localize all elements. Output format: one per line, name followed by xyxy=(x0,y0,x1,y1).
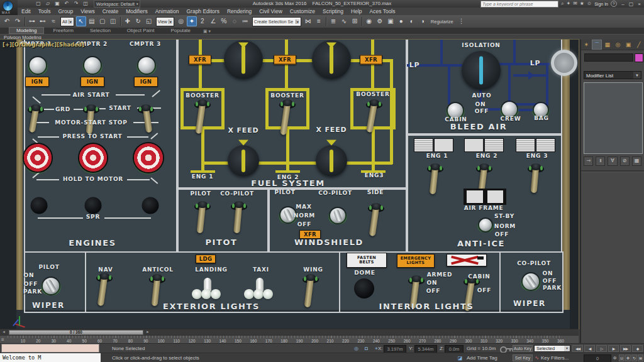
spinner-snap-icon[interactable]: ◌ xyxy=(230,16,240,26)
named-selection-set-input[interactable]: Create Selection Se▾ xyxy=(252,17,301,26)
ribbon-panel-polygon-modeling[interactable]: Polygon Modeling xyxy=(0,34,644,40)
hierarchy-tab[interactable]: ▦ xyxy=(602,40,613,50)
remove-modifier-button[interactable]: ⊘ xyxy=(620,156,630,166)
render-production-icon[interactable]: ● xyxy=(396,16,406,26)
go-to-start-button[interactable]: ◀◀ xyxy=(572,345,583,352)
percent-snap-icon[interactable]: % xyxy=(219,16,229,26)
modifier-list-dropdown[interactable]: Modifier List ▼ xyxy=(584,71,641,79)
viewport-plus-menu[interactable]: [+] xyxy=(3,41,12,48)
snap-toggle-icon[interactable]: 2 xyxy=(197,16,208,26)
render-iterative-icon[interactable]: ◐ xyxy=(407,16,417,26)
reference-coordinate-dropdown[interactable]: View▾ xyxy=(156,17,174,26)
viewport-label[interactable]: [+][Orthographic][Shaded] xyxy=(3,41,84,48)
extra-tools-icon[interactable]: ⋮ xyxy=(457,16,467,26)
redo-icon[interactable]: ↷ xyxy=(72,1,80,7)
welcome-window-thumbnail[interactable] xyxy=(1,344,99,353)
viewport[interactable]: [+][Orthographic][Shaded] IGNIGNIGNXFRXF… xyxy=(0,40,579,329)
menu-edit[interactable]: Edit xyxy=(18,8,35,14)
select-and-move-icon[interactable]: ✚ xyxy=(123,16,133,26)
tab-selection[interactable]: Selection xyxy=(82,27,118,34)
menu-modifiers[interactable]: Modifiers xyxy=(122,8,151,14)
restore-button[interactable]: ▢ xyxy=(628,1,635,7)
use-pivot-center-icon[interactable]: ◎ xyxy=(176,16,186,26)
subscription-icon[interactable]: ✦ xyxy=(566,1,570,7)
frame-back-arrow[interactable]: ◄ xyxy=(2,330,6,334)
pan-view-icon[interactable]: ✥ xyxy=(625,354,631,361)
menu-graph-editors[interactable]: Graph Editors xyxy=(182,8,223,14)
selection-set-dropdown[interactable]: Selected ▼ xyxy=(534,345,570,352)
render-activeshade-icon[interactable]: ◑ xyxy=(418,16,428,26)
bind-to-space-warp-icon[interactable]: ≈ xyxy=(48,16,58,26)
menu-create[interactable]: Create xyxy=(99,8,123,14)
rectangular-selection-region-icon[interactable]: ▢ xyxy=(97,16,108,26)
material-editor-icon[interactable]: ◉ xyxy=(364,16,374,26)
menu-animation[interactable]: Animation xyxy=(152,8,183,14)
current-frame-field[interactable]: 0 xyxy=(584,354,611,362)
render-setup-icon[interactable]: ⚙ xyxy=(375,16,385,26)
motion-tab[interactable]: ◎ xyxy=(613,40,623,50)
undo-icon[interactable]: ↶ xyxy=(63,1,70,7)
named-selection-sets-icon[interactable]: ≔ xyxy=(240,16,250,26)
make-unique-button[interactable]: ∀ xyxy=(608,156,617,166)
select-and-manipulate-icon[interactable]: ✦ xyxy=(187,16,197,26)
time-slider-handle[interactable]: 0 / 360 xyxy=(9,330,143,335)
workspace-dropdown[interactable]: Workspace: Default ▾ xyxy=(94,0,140,8)
curve-editor-icon[interactable]: ∿ xyxy=(339,16,349,26)
previous-frame-button[interactable]: ◀ xyxy=(584,345,595,352)
schematic-view-icon[interactable]: ⊞ xyxy=(350,16,360,26)
mirror-icon[interactable]: ⋈ xyxy=(303,16,313,26)
object-name-field[interactable] xyxy=(584,53,633,62)
set-key-button[interactable]: Set Key xyxy=(513,354,533,361)
show-end-result-button[interactable]: ‖ xyxy=(596,156,605,166)
go-to-end-button[interactable]: ▶▶ xyxy=(620,345,631,352)
menu-civil-view[interactable]: Civil View xyxy=(255,8,286,14)
key-mode-toggle-button[interactable]: ◆ xyxy=(632,345,643,352)
sign-in-link[interactable]: Sign In xyxy=(594,2,608,6)
menu-tools[interactable]: Tools xyxy=(35,8,55,14)
display-tab[interactable]: ▣ xyxy=(623,40,634,50)
next-frame-button[interactable]: ▶ xyxy=(608,345,619,352)
select-and-rotate-icon[interactable]: ↻ xyxy=(133,16,143,26)
create-tab[interactable]: ✶ xyxy=(581,40,592,50)
new-scene-icon[interactable]: ▢ xyxy=(35,1,42,7)
key-filters-button[interactable]: Key Filters... xyxy=(541,355,569,361)
pin-stack-button[interactable]: ⊸ xyxy=(584,156,593,166)
angle-snap-icon[interactable]: ∠ xyxy=(208,16,218,26)
menu-views[interactable]: Views xyxy=(77,8,99,14)
auto-key-button[interactable]: Auto Key xyxy=(513,345,533,352)
menu-group[interactable]: Group xyxy=(55,8,77,14)
layer-manager-icon[interactable]: ≣ xyxy=(328,16,338,26)
menu-scripting[interactable]: Scripting xyxy=(319,8,347,14)
window-crossing-icon[interactable]: ◫ xyxy=(108,16,118,26)
tab-modeling[interactable]: Modeling xyxy=(9,27,44,34)
tab-freeform[interactable]: Freeform xyxy=(45,27,80,34)
modifier-stack-list[interactable] xyxy=(584,82,643,154)
zoom-region-icon[interactable]: ⊡ xyxy=(619,354,625,361)
app-logo[interactable]: MAX xyxy=(0,0,18,15)
frame-spinner[interactable]: ≑ xyxy=(611,354,619,361)
welcome-window-titlebar[interactable]: Welcome to M xyxy=(0,353,101,362)
isolate-selection-icon[interactable]: ◎ xyxy=(352,345,360,352)
menu-help[interactable]: Help xyxy=(347,8,365,14)
configure-modifier-sets-button[interactable]: ▦ xyxy=(632,156,641,166)
search-input[interactable] xyxy=(480,1,558,8)
maximize-viewport-icon[interactable]: ⊠ xyxy=(638,354,643,361)
favorites-icon[interactable]: ★ xyxy=(580,1,584,7)
open-file-icon[interactable]: ▱ xyxy=(44,1,52,7)
menu-rendering[interactable]: Rendering xyxy=(223,8,255,14)
search-button-icon[interactable]: ⌕ xyxy=(561,1,564,7)
object-color-swatch[interactable] xyxy=(635,53,643,62)
undo-icon[interactable]: ↶ xyxy=(2,16,12,26)
save-file-icon[interactable]: ▣ xyxy=(53,1,61,7)
orbit-icon[interactable]: ↻ xyxy=(631,354,637,361)
unlink-selection-icon[interactable]: ⊷ xyxy=(38,16,48,26)
selection-filter-dropdown[interactable]: All▾ xyxy=(60,17,74,26)
menu-aces-tools[interactable]: Aces Tools xyxy=(366,8,399,14)
tab-populate[interactable]: Populate xyxy=(163,27,198,34)
utilities-tab[interactable]: ╱ xyxy=(633,40,644,50)
help-icon[interactable]: ? xyxy=(611,1,617,7)
play-button[interactable]: ▷ xyxy=(596,345,607,352)
frame-forward-arrow[interactable]: ► xyxy=(146,330,150,334)
communication-center-icon[interactable]: ✉ xyxy=(573,1,577,7)
select-object-icon[interactable]: ↖ xyxy=(76,16,86,26)
